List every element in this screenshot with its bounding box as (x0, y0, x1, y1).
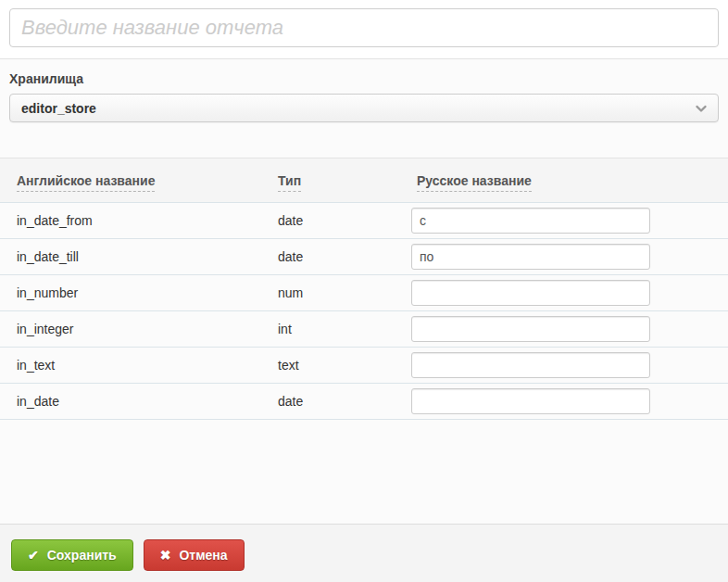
table-row: in_number num (0, 275, 728, 311)
param-russian-cell (411, 348, 728, 384)
parameters-table: Английское название Тип Русское название… (0, 158, 728, 420)
russian-name-input[interactable] (411, 316, 650, 342)
param-type: int (278, 311, 411, 348)
x-icon: ✖ (160, 548, 171, 563)
report-name-section (0, 0, 728, 59)
param-type: text (278, 348, 411, 384)
save-button[interactable]: ✔ Сохранить (11, 539, 133, 571)
report-name-input[interactable] (9, 8, 719, 47)
action-bar: ✔ Сохранить ✖ Отмена (0, 524, 728, 582)
russian-name-input[interactable] (411, 388, 650, 414)
param-english-name: in_number (0, 275, 278, 311)
column-header-label: Английское название (17, 173, 155, 192)
table-row: in_date date (0, 384, 728, 420)
storage-select[interactable]: editor_store (9, 94, 719, 122)
cancel-button-label: Отмена (179, 548, 227, 563)
table-row: in_date_from date (0, 203, 728, 239)
param-english-name: in_text (0, 348, 278, 384)
report-editor-page: Хранилища editor_store Английское назван… (0, 0, 728, 582)
main-section: Хранилища editor_store Английское назван… (0, 59, 728, 524)
param-english-name: in_date (0, 384, 278, 420)
content-spacer (0, 420, 728, 524)
storage-select-value: editor_store (21, 101, 96, 116)
column-header-label: Русское название (417, 173, 532, 192)
param-english-name: in_date_from (0, 203, 278, 239)
storage-label: Хранилища (9, 71, 719, 87)
russian-name-input[interactable] (411, 244, 650, 270)
column-header-english-name[interactable]: Английское название (0, 158, 278, 203)
russian-name-input[interactable] (411, 208, 650, 234)
param-type: date (278, 239, 411, 275)
russian-name-input[interactable] (411, 352, 650, 378)
column-header-type[interactable]: Тип (278, 158, 411, 203)
cancel-button[interactable]: ✖ Отмена (144, 539, 245, 571)
column-header-label: Тип (278, 173, 301, 192)
param-type: date (278, 384, 411, 420)
chevron-down-icon (694, 101, 709, 116)
table-row: in_integer int (0, 311, 728, 348)
russian-name-input[interactable] (411, 280, 650, 306)
param-russian-cell (411, 384, 728, 420)
save-button-label: Сохранить (47, 548, 117, 563)
param-type: num (278, 275, 411, 311)
param-type: date (278, 203, 411, 239)
param-russian-cell (411, 239, 728, 275)
param-russian-cell (411, 311, 728, 348)
param-russian-cell (411, 203, 728, 239)
param-english-name: in_date_till (0, 239, 278, 275)
table-header-row: Английское название Тип Русское название (0, 158, 728, 203)
check-icon: ✔ (28, 548, 39, 563)
column-header-russian-name[interactable]: Русское название (411, 158, 728, 203)
param-russian-cell (411, 275, 728, 311)
table-row: in_date_till date (0, 239, 728, 275)
table-row: in_text text (0, 348, 728, 384)
param-english-name: in_integer (0, 311, 278, 348)
